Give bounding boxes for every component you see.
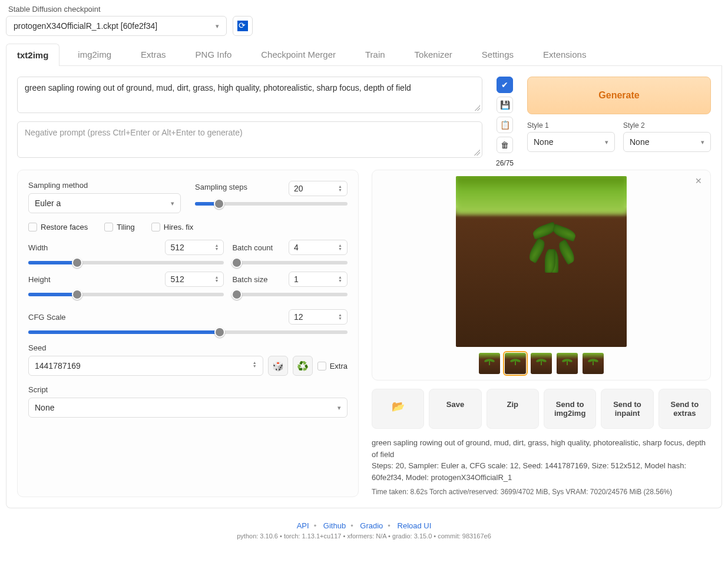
send-extras-button[interactable]: Send to extras <box>658 389 711 429</box>
check-icon: ✔ <box>501 80 508 90</box>
generation-info: green sapling rowing out of ground, mud,… <box>372 437 711 497</box>
geninfo-prompt: green sapling rowing out of ground, mud,… <box>372 437 711 460</box>
random-seed-button[interactable]: 🎲 <box>268 356 288 376</box>
batch-size-slider[interactable] <box>232 293 348 296</box>
width-slider[interactable] <box>28 261 224 264</box>
width-label: Width <box>28 243 48 252</box>
tab-settings[interactable]: Settings <box>471 43 525 65</box>
trash-icon: 🗑 <box>501 140 509 150</box>
prompt-text: green sapling rowing out of ground, mud,… <box>25 83 411 92</box>
tab-extras[interactable]: Extras <box>130 43 177 65</box>
tab-ckpt-merger[interactable]: Checkpoint Merger <box>250 43 347 65</box>
generation-settings: Sampling method Euler a▾ Sampling steps … <box>17 170 359 497</box>
geninfo-params: Steps: 20, Sampler: Euler a, CFG scale: … <box>372 460 711 483</box>
tab-tokenizer[interactable]: Tokenizer <box>403 43 464 65</box>
thumbnail-1[interactable] <box>479 353 500 374</box>
width-input[interactable]: 512▲▼ <box>165 240 224 255</box>
token-counter: 26/75 <box>496 159 514 167</box>
reuse-seed-button[interactable]: ♻️ <box>293 356 313 376</box>
batch-count-label: Batch count <box>232 243 273 252</box>
batch-size-input[interactable]: 1▲▼ <box>289 272 348 287</box>
save-button[interactable]: Save <box>429 389 481 429</box>
seed-extra-checkbox[interactable]: Extra <box>317 362 348 370</box>
clear-prompt-button[interactable]: 🗑 <box>497 137 513 153</box>
chevron-down-icon: ▾ <box>171 200 174 207</box>
tab-img2img[interactable]: img2img <box>67 43 123 65</box>
style1-select[interactable]: None▾ <box>527 132 615 152</box>
seed-input[interactable]: 1441787169▲▼ <box>28 356 263 376</box>
save-disk-icon: 💾 <box>500 100 510 110</box>
tab-extensions[interactable]: Extensions <box>532 43 597 65</box>
tab-pnginfo[interactable]: PNG Info <box>184 43 243 65</box>
clipboard-icon: 📋 <box>500 120 510 130</box>
tiling-checkbox[interactable]: Tiling <box>104 223 135 231</box>
refresh-icon <box>237 21 248 31</box>
apply-prompt-button[interactable]: ✔ <box>497 77 513 93</box>
chevron-down-icon: ▾ <box>337 404 341 412</box>
footer-reload-link[interactable]: Reload UI <box>398 521 432 530</box>
cfg-scale-input[interactable]: 12▲▼ <box>289 309 348 325</box>
refresh-checkpoint-button[interactable] <box>233 16 253 36</box>
tab-txt2img[interactable]: txt2img <box>6 44 59 66</box>
batch-size-label: Batch size <box>232 275 267 284</box>
footer-sysinfo: python: 3.10.6 • torch: 1.13.1+cu117 • x… <box>6 532 722 540</box>
style1-label: Style 1 <box>527 121 615 130</box>
thumbnail-3[interactable] <box>531 353 552 374</box>
script-label: Script <box>28 385 348 394</box>
send-inpaint-button[interactable]: Send to inpaint <box>601 389 653 429</box>
close-icon[interactable]: ✕ <box>695 176 702 186</box>
height-slider[interactable] <box>28 293 224 296</box>
checkpoint-select[interactable]: protogenX34OfficialR_1.ckpt [60fe2f34] ▾ <box>6 16 227 36</box>
recycle-icon: ♻️ <box>297 360 309 372</box>
checkpoint-value: protogenX34OfficialR_1.ckpt [60fe2f34] <box>14 21 157 31</box>
seed-label: Seed <box>28 343 348 352</box>
chevron-down-icon: ▾ <box>701 138 704 146</box>
output-image[interactable] <box>456 176 627 347</box>
style2-select[interactable]: None▾ <box>623 132 711 152</box>
tab-train[interactable]: Train <box>354 43 396 65</box>
send-img2img-button[interactable]: Send to img2img <box>544 389 596 429</box>
thumbnail-5[interactable] <box>583 353 604 374</box>
restore-faces-checkbox[interactable]: Restore faces <box>28 223 88 231</box>
batch-count-input[interactable]: 4▲▼ <box>289 240 348 255</box>
hires-fix-checkbox[interactable]: Hires. fix <box>151 223 194 231</box>
sampling-steps-slider[interactable] <box>195 202 348 206</box>
batch-count-slider[interactable] <box>232 261 348 264</box>
prompt-input[interactable]: green sapling rowing out of ground, mud,… <box>17 77 482 113</box>
open-folder-button[interactable]: 📂 <box>372 389 424 429</box>
output-gallery: ✕ <box>372 170 711 381</box>
negative-prompt-input[interactable]: Negative prompt (press Ctrl+Enter or Alt… <box>17 121 482 158</box>
sampling-steps-label: Sampling steps <box>195 183 247 191</box>
footer-api-link[interactable]: API <box>297 521 309 530</box>
footer-gradio-link[interactable]: Gradio <box>360 521 383 530</box>
chevron-down-icon: ▾ <box>605 138 608 146</box>
thumbnail-4[interactable] <box>557 353 578 374</box>
cfg-scale-slider[interactable] <box>28 330 348 334</box>
dice-icon: 🎲 <box>272 360 284 372</box>
zip-button[interactable]: Zip <box>487 389 539 429</box>
save-prompt-button[interactable]: 💾 <box>497 97 513 113</box>
negative-prompt-placeholder: Negative prompt (press Ctrl+Enter or Alt… <box>25 128 243 137</box>
folder-icon: 📂 <box>392 401 405 412</box>
main-tabs: txt2img img2img Extras PNG Info Checkpoi… <box>6 43 722 66</box>
sampling-steps-input[interactable]: 20▲▼ <box>289 181 348 196</box>
sampling-method-select[interactable]: Euler a▾ <box>28 193 181 213</box>
footer-github-link[interactable]: Github <box>323 521 346 530</box>
height-input[interactable]: 512▲▼ <box>165 272 224 287</box>
paste-prompt-button[interactable]: 📋 <box>497 117 513 133</box>
style2-label: Style 2 <box>623 121 711 130</box>
script-select[interactable]: None▾ <box>28 398 348 418</box>
thumbnail-2[interactable] <box>505 353 526 374</box>
height-label: Height <box>28 275 51 284</box>
cfg-scale-label: CFG Scale <box>28 313 66 322</box>
sampling-method-label: Sampling method <box>28 181 181 190</box>
checkpoint-label: Stable Diffusion checkpoint <box>6 5 227 14</box>
geninfo-stats: Time taken: 8.62s Torch active/reserved:… <box>372 487 711 497</box>
chevron-down-icon: ▾ <box>216 22 219 30</box>
generate-button[interactable]: Generate <box>527 77 711 114</box>
